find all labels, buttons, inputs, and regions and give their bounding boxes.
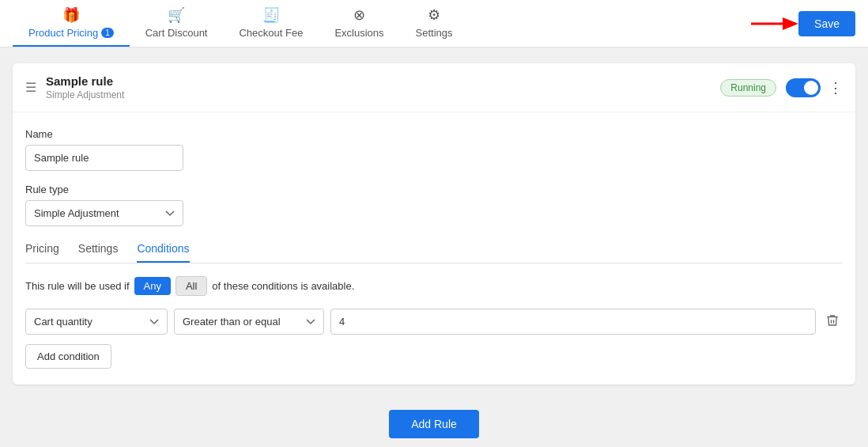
any-button[interactable]: Any bbox=[134, 277, 171, 295]
rule-text-prefix: This rule will be used if bbox=[25, 280, 130, 292]
rule-text-suffix: of these conditions is available. bbox=[212, 280, 354, 292]
rule-type-select[interactable]: Simple Adjustment Bulk Pricing Tiered Pr… bbox=[25, 200, 183, 226]
inner-tab-settings[interactable]: Settings bbox=[78, 242, 119, 263]
settings-nav-icon: ⚙ bbox=[428, 6, 440, 24]
drag-handle-icon[interactable]: ☰ bbox=[25, 80, 36, 95]
top-navigation: 🎁 Product Pricing 1 🛒 Cart Discount 🧾 Ch… bbox=[0, 0, 868, 47]
tab-exclusions-label: Exclusions bbox=[334, 27, 383, 39]
status-badge: Running bbox=[720, 79, 776, 97]
rule-name: Sample rule bbox=[46, 74, 711, 88]
tab-product-pricing[interactable]: 🎁 Product Pricing 1 bbox=[13, 0, 130, 47]
rule-type-field-group: Rule type Simple Adjustment Bulk Pricing… bbox=[25, 184, 843, 226]
inner-tab-conditions[interactable]: Conditions bbox=[137, 242, 189, 263]
svg-marker-1 bbox=[783, 17, 798, 30]
all-button[interactable]: All bbox=[175, 276, 207, 296]
cart-discount-icon: 🛒 bbox=[168, 6, 185, 24]
name-field-group: Name bbox=[25, 128, 843, 171]
inner-tabs: Pricing Settings Conditions bbox=[25, 239, 843, 263]
product-pricing-badge: 1 bbox=[101, 28, 114, 38]
product-pricing-icon: 🎁 bbox=[62, 6, 80, 24]
condition-value-input[interactable] bbox=[330, 309, 816, 335]
name-label: Name bbox=[25, 128, 843, 140]
tab-cart-discount-label: Cart Discount bbox=[145, 27, 208, 39]
tab-checkout-fee[interactable]: 🧾 Checkout Fee bbox=[223, 0, 319, 47]
condition-operator-select[interactable]: Greater than or equal Less than or equal… bbox=[174, 309, 324, 335]
bottom-bar: Add Rule bbox=[13, 397, 855, 447]
save-button[interactable]: Save bbox=[798, 11, 855, 36]
rule-title-group: Sample rule Simple Adjustment bbox=[46, 74, 711, 100]
inner-tab-pricing[interactable]: Pricing bbox=[25, 242, 59, 263]
arrow-indicator bbox=[751, 11, 798, 36]
rule-header-right: ⋮ bbox=[786, 78, 843, 97]
rule-type-label: Rule type bbox=[25, 184, 843, 195]
delete-condition-button[interactable] bbox=[822, 310, 843, 334]
rule-header: ☰ Sample rule Simple Adjustment Running … bbox=[13, 63, 855, 112]
condition-type-select[interactable]: Cart quantity Cart total User role bbox=[25, 309, 168, 335]
main-content: ☰ Sample rule Simple Adjustment Running … bbox=[0, 47, 868, 447]
more-options-icon[interactable]: ⋮ bbox=[828, 79, 843, 97]
rule-body: Name Rule type Simple Adjustment Bulk Pr… bbox=[13, 112, 855, 384]
conditions-rule-text: This rule will be used if Any All of the… bbox=[25, 276, 843, 296]
exclusions-icon: ⊗ bbox=[353, 6, 365, 24]
checkout-fee-icon: 🧾 bbox=[262, 6, 280, 24]
tab-checkout-fee-label: Checkout Fee bbox=[239, 27, 303, 39]
add-rule-button[interactable]: Add Rule bbox=[389, 410, 479, 438]
tab-cart-discount[interactable]: 🛒 Cart Discount bbox=[130, 0, 224, 47]
rule-subtitle: Simple Adjustment bbox=[46, 89, 711, 100]
tab-settings-label: Settings bbox=[416, 27, 453, 39]
tab-exclusions[interactable]: ⊗ Exclusions bbox=[319, 0, 399, 47]
conditions-section: This rule will be used if Any All of the… bbox=[25, 276, 843, 369]
tab-product-pricing-label: Product Pricing bbox=[28, 27, 98, 39]
rule-toggle[interactable] bbox=[786, 78, 821, 97]
add-condition-button[interactable]: Add condition bbox=[25, 344, 111, 369]
name-input[interactable] bbox=[25, 145, 183, 171]
tab-settings[interactable]: ⚙ Settings bbox=[400, 0, 469, 47]
nav-tabs: 🎁 Product Pricing 1 🛒 Cart Discount 🧾 Ch… bbox=[13, 0, 855, 47]
rule-card: ☰ Sample rule Simple Adjustment Running … bbox=[13, 63, 855, 384]
condition-row: Cart quantity Cart total User role Great… bbox=[25, 309, 843, 335]
